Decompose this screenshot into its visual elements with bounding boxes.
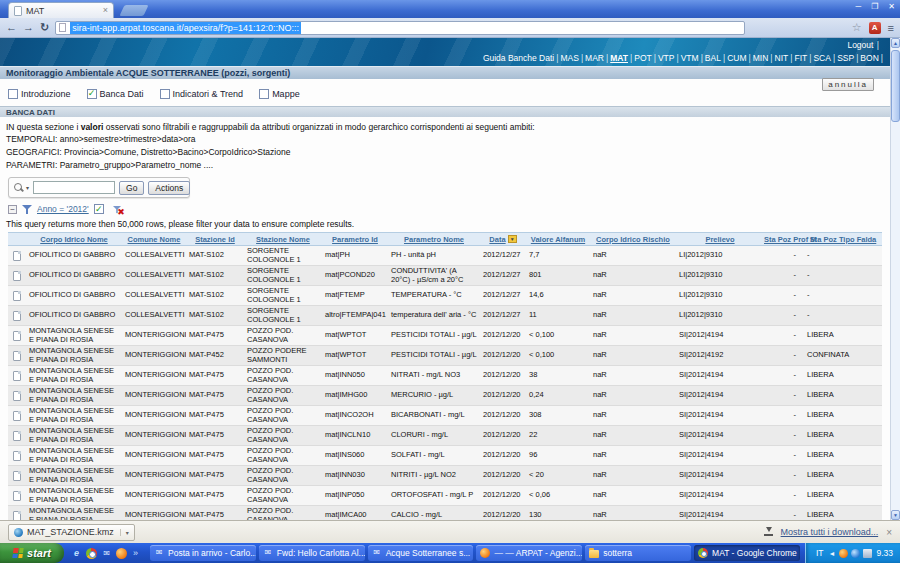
nav-item-mas[interactable]: MAS [560,53,578,63]
nav-item-nit[interactable]: NIT [775,53,789,63]
row-detail-cell[interactable] [8,466,26,486]
checkbox-icon[interactable] [160,89,170,99]
filter-link[interactable]: Anno = '2012' [37,204,89,214]
document-icon[interactable] [13,271,21,281]
document-icon[interactable] [13,491,21,501]
row-detail-cell[interactable] [8,446,26,466]
collapse-icon[interactable]: − [8,205,17,214]
chrome-icon[interactable] [86,548,97,559]
document-icon[interactable] [13,471,21,481]
nav-item-min[interactable]: MIN [753,53,769,63]
table-row[interactable]: MONTAGNOLA SENESE E PIANA DI ROSIAMONTER… [8,386,882,406]
bookmark-star-icon[interactable]: ☆ [852,21,862,34]
grid-header-stazione-nome[interactable]: Stazione Nome [244,233,322,246]
address-bar[interactable]: sira-int-app.arpat.toscana.it/apexsira/f… [55,21,745,35]
row-detail-cell[interactable] [8,366,26,386]
back-icon[interactable]: ← [6,22,17,33]
column-sort-link[interactable]: Prelievo [705,235,734,244]
window-minimize-button[interactable]: ─ [855,2,861,11]
checkbox-icon[interactable] [259,89,269,99]
grid-header-valore-alfanum[interactable]: Valore Alfanum [526,233,590,246]
nav-item-guida-banche-dati[interactable]: Guida Banche Dati [483,53,554,63]
search-input[interactable] [33,181,115,194]
table-row[interactable]: MONTAGNOLA SENESE E PIANA DI ROSIAMONTER… [8,486,882,506]
firefox-icon[interactable] [116,548,127,559]
reload-icon[interactable]: ↻ [40,22,49,33]
row-detail-cell[interactable] [8,346,26,366]
column-sort-link[interactable]: Sta Poz Prof M [764,235,817,244]
table-row[interactable]: MONTAGNOLA SENESE E PIANA DI ROSIAMONTER… [8,326,882,346]
row-detail-cell[interactable] [8,266,26,286]
column-sort-link[interactable]: Data [489,235,505,244]
scrollbar-thumb[interactable] [891,50,900,122]
tray-orange-icon[interactable] [839,549,848,558]
logout-link[interactable]: Logout [847,40,873,50]
row-detail-cell[interactable] [8,386,26,406]
nav-item-vtp[interactable]: VTP [658,53,675,63]
table-row[interactable]: MONTAGNOLA SENESE E PIANA DI ROSIAMONTER… [8,406,882,426]
window-close-button[interactable]: ✕ [888,2,895,11]
column-sort-link[interactable]: Parametro Nome [404,235,464,244]
document-icon[interactable] [13,371,21,381]
taskbar-item-fwd-hello-carlotta-al[interactable]: ✉Fwd: Hello Carlotta Al... [259,545,365,561]
grid-header-parametro-nome[interactable]: Parametro Nome [388,233,480,246]
language-indicator[interactable]: IT [816,548,824,558]
start-button[interactable]: start [0,543,64,563]
view-tab-indicatori-trend[interactable]: Indicatori & Trend [160,89,244,99]
taskbar-item-arpat-agenzi[interactable]: — — ARPAT - Agenzi... [476,545,582,561]
ie-icon[interactable]: e [71,548,82,559]
forward-icon[interactable]: → [23,22,34,33]
document-icon[interactable] [13,351,21,361]
column-sort-link[interactable]: Corpo Idrico Rischio [596,235,670,244]
column-sort-link[interactable]: Corpo Idrico Nome [40,235,108,244]
mail-icon[interactable]: ✉ [101,548,112,559]
document-icon[interactable] [13,391,21,401]
view-tab-mappe[interactable]: Mappe [259,89,300,99]
view-tab-introduzione[interactable]: Introduzione [8,89,71,99]
new-tab-button[interactable] [119,5,148,16]
nav-item-sca[interactable]: SCA [813,53,830,63]
document-icon[interactable] [13,311,21,321]
downloaded-file-button[interactable]: MAT_STAZIONE.kmz ▾ [8,524,135,541]
scroll-up-icon[interactable]: ▲ [891,38,900,48]
nav-item-bon[interactable]: BON [860,53,878,63]
table-row[interactable]: MONTAGNOLA SENESE E PIANA DI ROSIAMONTER… [8,426,882,446]
column-sort-link[interactable]: Valore Alfanum [531,235,585,244]
nav-item-mat[interactable]: MAT [610,53,628,63]
nav-item-cum[interactable]: CUM [727,53,746,63]
taskbar-item-posta-in-arrivo-carlo[interactable]: ✉Posta in arrivo - Carlo... [150,545,256,561]
column-sort-link[interactable]: Stazione Nome [256,235,310,244]
document-icon[interactable] [13,331,21,341]
scroll-down-icon[interactable]: ▼ [891,510,900,520]
view-tab-banca-dati[interactable]: ✓Banca Dati [87,89,144,99]
close-download-bar-icon[interactable]: × [886,527,892,538]
tray-arrow-icon[interactable]: ◄ [827,549,836,558]
column-sort-link[interactable]: Comune Nome [128,235,181,244]
grid-header-corpo-idrico-nome[interactable]: Corpo Idrico Nome [26,233,122,246]
grid-header-prelievo[interactable]: Prelievo [676,233,764,246]
table-row[interactable]: MONTAGNOLA SENESE E PIANA DI ROSIAMONTER… [8,506,882,521]
table-row[interactable]: OFIOLITICO DI GABBROCOLLESALVETTIMAT-S10… [8,286,882,306]
column-sort-link[interactable]: Stazione Id [195,235,235,244]
nav-item-fit[interactable]: FIT [794,53,807,63]
file-options-caret-icon[interactable]: ▾ [120,529,129,536]
table-row[interactable]: MONTAGNOLA SENESE E PIANA DI ROSIAMONTER… [8,446,882,466]
vertical-scrollbar[interactable]: ▲ ▼ [890,38,900,520]
grid-header-comune-nome[interactable]: Comune Nome [122,233,186,246]
search-scope-caret-icon[interactable]: ▾ [26,184,29,191]
row-detail-cell[interactable] [8,406,26,426]
tray-gray-icon[interactable] [863,549,872,558]
taskbar-item-sotterra[interactable]: sotterra [585,545,691,561]
document-icon[interactable] [13,451,21,461]
table-row[interactable]: MONTAGNOLA SENESE E PIANA DI ROSIAMONTER… [8,346,882,366]
taskbar-item-acque-sotterranee-s[interactable]: ✉Acque Sotterranee s... [368,545,474,561]
browser-tab[interactable]: MAT × [8,2,114,18]
grid-header-corpo-idrico-rischio[interactable]: Corpo Idrico Rischio [590,233,676,246]
table-row[interactable]: OFIOLITICO DI GABBROCOLLESALVETTIMAT-S10… [8,246,882,266]
table-row[interactable]: OFIOLITICO DI GABBROCOLLESALVETTIMAT-S10… [8,306,882,326]
actions-button[interactable]: Actions [148,181,190,195]
checkbox-icon[interactable] [8,89,18,99]
annulla-button[interactable]: annulla [822,78,874,91]
go-button[interactable]: Go [119,181,144,195]
grid-header-parametro-id[interactable]: Parametro Id [322,233,388,246]
